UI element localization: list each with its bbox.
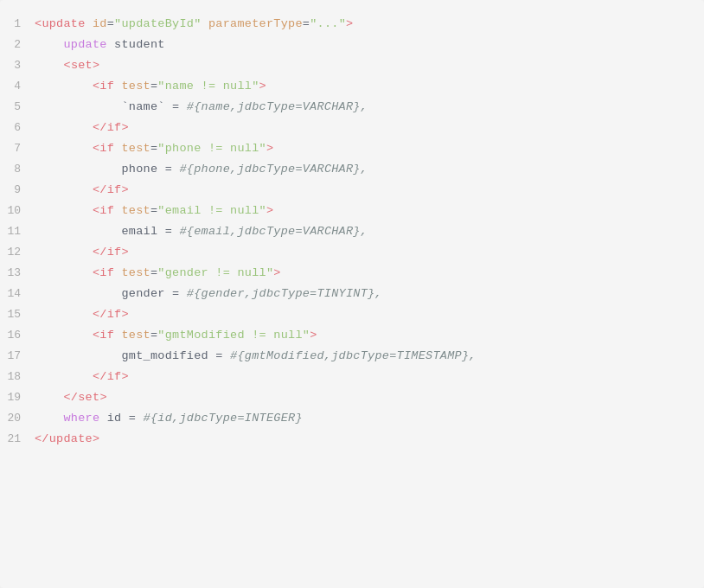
line-number: 21 [0, 430, 35, 449]
line-number: 14 [0, 284, 35, 304]
code-line: 21</update> [0, 429, 704, 450]
tag-bracket-token: > [121, 308, 128, 321]
line-number: 12 [0, 243, 35, 262]
line-number: 5 [0, 98, 35, 117]
tag-bracket-token: </ [93, 183, 107, 196]
code-line: 7 <if test="phone != null"> [0, 138, 704, 159]
attr-value-token: "gmtModified != null" [157, 329, 310, 342]
code-line: 3 <set> [0, 55, 704, 76]
line-number: 9 [0, 181, 35, 200]
tag-name-token: if [107, 308, 122, 321]
tag-bracket-token: </ [93, 370, 107, 383]
line-content: gmt_modified = #{gmtModified,jdbcType=TI… [35, 347, 704, 366]
code-editor: 1<update id="updateById" parameterType="… [0, 0, 704, 588]
keyword-token: update [64, 38, 107, 51]
line-number: 11 [0, 222, 35, 241]
plain-token: = [107, 17, 114, 30]
code-line: 14 gender = #{gender,jdbcType=TINYINT}, [0, 284, 704, 304]
line-content: <if test="email != null"> [35, 201, 704, 220]
line-content: </if> [35, 243, 704, 262]
line-number: 20 [0, 409, 35, 428]
line-content: </if> [35, 305, 704, 324]
line-content: email = #{email,jdbcType=VARCHAR}, [35, 222, 704, 241]
line-content: </if> [35, 118, 704, 137]
line-number: 2 [0, 35, 35, 54]
line-content: </if> [35, 181, 704, 200]
attr-name-token: test [121, 329, 150, 342]
mybatis-expr-token: #{gender,jdbcType=TINYINT}, [187, 287, 382, 300]
code-line: 13 <if test="gender != null"> [0, 263, 704, 284]
line-content: where id = #{id,jdbcType=INTEGER} [35, 409, 704, 428]
tag-bracket-token: > [93, 59, 99, 72]
attr-value-token: "..." [310, 17, 346, 30]
line-number: 3 [0, 56, 35, 75]
line-number: 19 [0, 388, 35, 407]
tag-name-token: if [99, 329, 114, 342]
attr-name-token: test [121, 204, 150, 217]
code-line: 15 </if> [0, 304, 704, 325]
tag-name-token: if [107, 121, 122, 134]
plain-token: email = [121, 225, 179, 238]
tag-bracket-token: < [64, 59, 71, 72]
code-line: 8 phone = #{phone,jdbcType=VARCHAR}, [0, 159, 704, 180]
mybatis-expr-token: #{email,jdbcType=VARCHAR}, [179, 225, 368, 238]
mybatis-expr-token: #{phone,jdbcType=VARCHAR}, [179, 163, 368, 176]
keyword-token: where [64, 412, 100, 425]
tag-bracket-token: > [121, 246, 128, 259]
plain-token: gender = [121, 287, 186, 300]
attr-value-token: "name != null" [157, 80, 259, 93]
tag-name-token: if [99, 142, 114, 155]
mybatis-expr-token: #{name,jdbcType=VARCHAR}, [187, 100, 368, 113]
line-number: 8 [0, 160, 35, 179]
plain-token [86, 17, 93, 30]
line-content: <if test="gender != null"> [35, 264, 704, 283]
plain-token: student [107, 38, 165, 51]
tag-bracket-token: > [310, 329, 317, 342]
tag-bracket-token: > [266, 142, 273, 155]
line-content: update student [35, 35, 704, 54]
code-line: 10 <if test="email != null"> [0, 201, 704, 221]
line-content: </set> [35, 388, 704, 407]
line-number: 1 [0, 15, 35, 34]
line-number: 7 [0, 139, 35, 158]
line-content: <if test="name != null"> [35, 77, 704, 96]
tag-bracket-token: > [346, 17, 353, 30]
tag-bracket-token: </ [93, 246, 107, 259]
line-number: 6 [0, 118, 35, 137]
code-line: 12 </if> [0, 242, 704, 263]
line-number: 15 [0, 305, 35, 324]
code-line: 18 </if> [0, 367, 704, 387]
code-line: 9 </if> [0, 180, 704, 201]
tag-name-token: set [78, 391, 99, 404]
tag-bracket-token: > [121, 121, 128, 134]
line-number: 10 [0, 201, 35, 220]
tag-bracket-token: > [121, 370, 128, 383]
tag-bracket-token: > [259, 80, 266, 93]
line-content: phone = #{phone,jdbcType=VARCHAR}, [35, 160, 704, 179]
line-content: </if> [35, 368, 704, 387]
line-content: `name` = #{name,jdbcType=VARCHAR}, [35, 98, 704, 117]
attr-name-token: test [121, 142, 150, 155]
code-line: 2 update student [0, 35, 704, 55]
tag-name-token: if [107, 183, 122, 196]
line-number: 4 [0, 77, 35, 96]
line-content: gender = #{gender,jdbcType=TINYINT}, [35, 284, 704, 304]
plain-token: gmt_modified = [121, 349, 230, 362]
line-number: 16 [0, 326, 35, 345]
plain-token: phone = [121, 163, 179, 176]
plain-token [202, 17, 208, 30]
tag-bracket-token: </ [93, 121, 107, 134]
tag-bracket-token: </ [64, 391, 79, 404]
tag-name-token: update [49, 432, 93, 445]
tag-bracket-token: > [266, 204, 273, 217]
tag-name-token: if [107, 246, 122, 259]
line-number: 18 [0, 368, 35, 387]
tag-name-token: if [107, 370, 122, 383]
attr-name-token: id [93, 17, 107, 30]
code-line: 19 </set> [0, 387, 704, 408]
code-line: 11 email = #{email,jdbcType=VARCHAR}, [0, 221, 704, 242]
mybatis-expr-token: #{id,jdbcType=INTEGER} [144, 412, 303, 425]
code-line: 20 where id = #{id,jdbcType=INTEGER} [0, 408, 704, 429]
tag-name-token: update [42, 17, 85, 30]
mybatis-expr-token: #{gmtModified,jdbcType=TIMESTAMP}, [230, 349, 477, 362]
